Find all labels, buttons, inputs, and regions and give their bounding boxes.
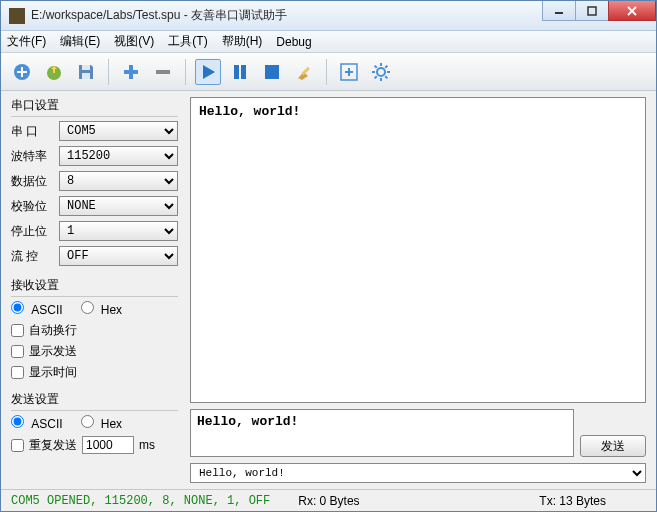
save-icon[interactable]	[73, 59, 99, 85]
open-icon[interactable]	[41, 59, 67, 85]
showsend-label: 显示发送	[29, 343, 77, 360]
status-tx: Tx: 13 Bytes	[539, 494, 606, 508]
status-rx: Rx: 0 Bytes	[298, 494, 359, 508]
titlebar: E:/workspace/Labs/Test.spu - 友善串口调试助手	[1, 1, 656, 31]
svg-line-29	[385, 65, 387, 67]
serial-title: 串口设置	[11, 97, 178, 117]
baud-select[interactable]: 115200	[59, 146, 178, 166]
right-panel: Hello, world! Hello, world! 发送 Hello, wo…	[186, 91, 656, 489]
showsend-check[interactable]	[11, 345, 24, 358]
svg-rect-16	[265, 65, 279, 79]
send-hex-radio[interactable]: Hex	[81, 415, 123, 432]
port-select[interactable]: COM5	[59, 121, 178, 141]
send-title: 发送设置	[11, 391, 178, 411]
showtime-label: 显示时间	[29, 364, 77, 381]
repeat-value[interactable]	[82, 436, 134, 454]
statusbar: COM5 OPENED, 115200, 8, NONE, 1, OFF Rx:…	[1, 489, 656, 511]
toolbar	[1, 53, 656, 91]
gear-icon[interactable]	[368, 59, 394, 85]
close-button[interactable]	[608, 1, 656, 21]
menu-help[interactable]: 帮助(H)	[222, 33, 263, 50]
left-panel: 串口设置 串 口COM5 波特率115200 数据位8 校验位NONE 停止位1…	[1, 91, 186, 489]
menu-file[interactable]: 文件(F)	[7, 33, 46, 50]
databits-label: 数据位	[11, 173, 53, 190]
menu-edit[interactable]: 编辑(E)	[60, 33, 100, 50]
receive-textarea[interactable]: Hello, world!	[190, 97, 646, 403]
send-textarea[interactable]: Hello, world!	[190, 409, 574, 457]
window-buttons	[543, 1, 656, 30]
maximize-button[interactable]	[575, 1, 609, 21]
svg-line-28	[375, 76, 377, 78]
main-body: 串口设置 串 口COM5 波特率115200 数据位8 校验位NONE 停止位1…	[1, 91, 656, 489]
svg-point-21	[377, 68, 385, 76]
stopbits-select[interactable]: 1	[59, 221, 178, 241]
svg-rect-8	[82, 65, 90, 70]
play-icon[interactable]	[195, 59, 221, 85]
history-select[interactable]: Hello, world!	[190, 463, 646, 483]
menu-view[interactable]: 视图(V)	[114, 33, 154, 50]
minimize-button[interactable]	[542, 1, 576, 21]
toolbar-sep	[185, 59, 186, 85]
menu-tools[interactable]: 工具(T)	[168, 33, 207, 50]
send-group: 发送设置 ASCII Hex 重复发送 ms	[11, 391, 178, 458]
stop-icon[interactable]	[259, 59, 285, 85]
svg-marker-13	[203, 65, 215, 79]
parity-label: 校验位	[11, 198, 53, 215]
flow-label: 流 控	[11, 248, 53, 265]
stopbits-label: 停止位	[11, 223, 53, 240]
svg-rect-9	[82, 73, 90, 79]
databits-select[interactable]: 8	[59, 171, 178, 191]
recv-ascii-radio[interactable]: ASCII	[11, 301, 63, 318]
minus-icon[interactable]	[150, 59, 176, 85]
new-icon[interactable]	[9, 59, 35, 85]
svg-rect-15	[241, 65, 246, 79]
autowrap-label: 自动换行	[29, 322, 77, 339]
parity-select[interactable]: NONE	[59, 196, 178, 216]
pause-icon[interactable]	[227, 59, 253, 85]
add-panel-icon[interactable]	[336, 59, 362, 85]
recv-title: 接收设置	[11, 277, 178, 297]
svg-line-26	[375, 65, 377, 67]
serial-group: 串口设置 串 口COM5 波特率115200 数据位8 校验位NONE 停止位1…	[11, 97, 178, 271]
recv-group: 接收设置 ASCII Hex 自动换行 显示发送 显示时间	[11, 277, 178, 385]
plus-icon[interactable]	[118, 59, 144, 85]
baud-label: 波特率	[11, 148, 53, 165]
clear-icon[interactable]	[291, 59, 317, 85]
toolbar-sep	[108, 59, 109, 85]
send-row: Hello, world! 发送	[190, 409, 646, 457]
send-button[interactable]: 发送	[580, 435, 646, 457]
recv-hex-radio[interactable]: Hex	[81, 301, 123, 318]
svg-line-27	[385, 76, 387, 78]
repeat-unit: ms	[139, 438, 155, 452]
app-window: E:/workspace/Labs/Test.spu - 友善串口调试助手 文件…	[0, 0, 657, 512]
svg-rect-14	[234, 65, 239, 79]
send-ascii-radio[interactable]: ASCII	[11, 415, 63, 432]
menu-debug[interactable]: Debug	[276, 35, 311, 49]
window-title: E:/workspace/Labs/Test.spu - 友善串口调试助手	[31, 7, 543, 24]
showtime-check[interactable]	[11, 366, 24, 379]
menubar: 文件(F) 编辑(E) 视图(V) 工具(T) 帮助(H) Debug	[1, 31, 656, 53]
status-connection: COM5 OPENED, 115200, 8, NONE, 1, OFF	[11, 494, 270, 508]
autowrap-check[interactable]	[11, 324, 24, 337]
port-label: 串 口	[11, 123, 53, 140]
repeat-label: 重复发送	[29, 437, 77, 454]
app-icon	[9, 8, 25, 24]
svg-rect-1	[588, 7, 596, 15]
repeat-check[interactable]	[11, 439, 24, 452]
toolbar-sep	[326, 59, 327, 85]
flow-select[interactable]: OFF	[59, 246, 178, 266]
